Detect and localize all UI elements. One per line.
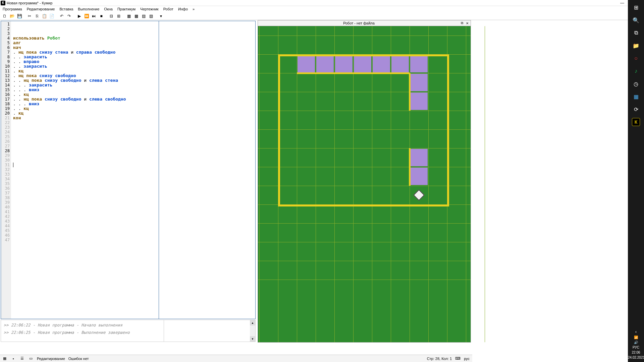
code-line[interactable]: . . . закрасить [13, 83, 253, 87]
code-line[interactable]: использовать Робот [13, 36, 253, 41]
toolbar-more-button[interactable]: ▾ [158, 13, 164, 19]
menu-выполнение[interactable]: Выполнение [76, 7, 101, 11]
code-line[interactable]: . . вправо [13, 59, 253, 64]
taskbar-explorer-icon[interactable]: 📁 [629, 40, 643, 52]
code-line[interactable] [13, 148, 253, 153]
toolbar-cut-button[interactable]: ✂ [26, 13, 33, 19]
code-line[interactable] [13, 153, 253, 158]
status-icon-1[interactable]: ▦ [2, 356, 7, 361]
minimize-button[interactable]: — [618, 0, 627, 6]
code-line[interactable] [13, 200, 253, 205]
menu-программа[interactable]: Программа [1, 7, 24, 11]
menu-»[interactable]: » [191, 7, 197, 11]
code-line[interactable] [13, 252, 253, 256]
code-line[interactable] [13, 163, 253, 167]
tray-date[interactable]: 24.02.2021 [628, 355, 644, 360]
tray-time[interactable]: 22:06 [628, 350, 644, 355]
toolbar-grid2-button[interactable]: ⊞ [115, 13, 122, 19]
code-line[interactable] [13, 144, 253, 148]
taskbar-search-icon[interactable]: 🔍 [629, 14, 643, 26]
toolbar-paste-button[interactable]: 📋 [41, 13, 48, 19]
code-line[interactable] [13, 172, 253, 177]
code-line[interactable] [13, 195, 253, 200]
taskbar-kumir-icon[interactable]: К [632, 118, 640, 126]
code-editor[interactable]: 1234567891011121314151617181920212223242… [1, 21, 256, 319]
toolbar-win1-button[interactable]: ▦ [125, 13, 132, 19]
code-line[interactable] [13, 209, 253, 214]
code-line[interactable] [13, 238, 253, 242]
toolbar-stop-button[interactable]: ■ [98, 13, 105, 19]
code-line[interactable]: . . нц пока снизу свободно и слева свобо… [13, 97, 253, 102]
taskbar-clock-icon[interactable]: ◷ [629, 78, 643, 90]
code-line[interactable] [13, 228, 253, 233]
taskbar-opera-icon[interactable]: ○ [629, 52, 643, 64]
toolbar-save-button[interactable]: 💾 [16, 13, 23, 19]
status-icon-2[interactable]: ▪ [11, 356, 16, 361]
code-line[interactable]: . кц [13, 111, 253, 116]
code-line[interactable] [13, 177, 253, 181]
code-line[interactable] [13, 120, 253, 125]
toolbar-paste-special-button[interactable]: 📄 [48, 13, 55, 19]
tray-lang[interactable]: РУС [628, 345, 644, 350]
toolbar-copy-button[interactable]: ⎘ [34, 13, 40, 19]
code-line[interactable]: нач [13, 45, 253, 50]
code-line[interactable] [13, 214, 253, 219]
code-line[interactable]: . . нц пока снизу свободно и слева стена [13, 78, 253, 83]
code-line[interactable]: . . закрасить [13, 55, 253, 59]
tray-wifi-icon[interactable]: 📶 [628, 335, 644, 340]
code-line[interactable]: . . . вниз [13, 87, 253, 92]
code-line[interactable] [13, 167, 253, 172]
toolbar-win4-button[interactable]: ▧ [148, 13, 154, 19]
menu-инфо[interactable]: Инфо [176, 7, 190, 11]
code-line[interactable]: . нц пока снизу стена и справа свободно [13, 50, 253, 55]
toolbar-play-fast-button[interactable]: ⏩ [83, 13, 90, 19]
code-line[interactable] [13, 125, 253, 130]
code-line[interactable] [13, 205, 253, 209]
code-line[interactable] [13, 130, 253, 134]
code-line[interactable] [13, 242, 253, 247]
code-line[interactable] [13, 139, 253, 144]
code-line[interactable] [13, 224, 253, 228]
tray-sound-icon[interactable]: 🔊 [628, 340, 644, 345]
menu-вставка[interactable]: Вставка [57, 7, 75, 11]
toolbar-redo-button[interactable]: ↷ [66, 13, 72, 19]
code-line[interactable] [13, 233, 253, 238]
code-line[interactable] [13, 191, 253, 195]
code-line[interactable] [13, 186, 253, 191]
taskbar-steam-icon[interactable]: ⟳ [629, 103, 643, 115]
toolbar-step-button[interactable]: ⏭ [91, 13, 97, 19]
code-line[interactable]: . . кц [13, 106, 253, 111]
toolbar-win2-button[interactable]: ▩ [133, 13, 140, 19]
code-line[interactable]: . . кц [13, 92, 253, 97]
code-line[interactable]: алг [13, 41, 253, 45]
menu-чертежник[interactable]: Чертежник [138, 7, 161, 11]
code-line[interactable] [13, 219, 253, 224]
menu-окна[interactable]: Окна [102, 7, 115, 11]
code-line[interactable] [13, 134, 253, 139]
taskbar-calc-icon[interactable]: ▦ [629, 90, 643, 103]
status-icon-3[interactable]: ☰ [19, 356, 25, 361]
code-line[interactable]: . . закрасить [13, 64, 253, 69]
code-text[interactable]: использовать Роботалгнач. нц пока снизу … [11, 21, 255, 319]
taskbar-taskview-icon[interactable]: ⧉ [629, 27, 643, 39]
code-line[interactable] [13, 247, 253, 252]
toolbar-grid1-button[interactable]: ⊟ [108, 13, 115, 19]
code-line[interactable] [13, 181, 253, 186]
taskbar-start-icon[interactable]: ⊞ [629, 1, 643, 13]
robot-dock-button[interactable]: ⧉ [459, 21, 465, 25]
robot-close-button[interactable]: ✕ [465, 21, 470, 25]
code-line[interactable]: кон [13, 116, 253, 120]
code-line[interactable]: . кц [13, 69, 253, 73]
toolbar-win3-button[interactable]: ▨ [140, 13, 147, 19]
menu-редактирование[interactable]: Редактирование [25, 7, 57, 11]
console-scrollbar[interactable]: ▲ ▼ [250, 320, 255, 342]
menu-практикум[interactable]: Практикум [115, 7, 138, 11]
menu-робот[interactable]: Робот [161, 7, 175, 11]
toolbar-new-button[interactable]: 🗋 [1, 13, 8, 19]
toolbar-open-button[interactable]: 📂 [9, 13, 15, 19]
taskbar-spotify-icon[interactable]: ♪ [629, 65, 643, 77]
robot-field[interactable] [258, 26, 471, 343]
code-line[interactable]: . нц пока снизу свободно [13, 73, 253, 78]
toolbar-play-button[interactable]: ▶ [76, 13, 83, 19]
tray-chevron[interactable]: ‹ [628, 329, 644, 335]
